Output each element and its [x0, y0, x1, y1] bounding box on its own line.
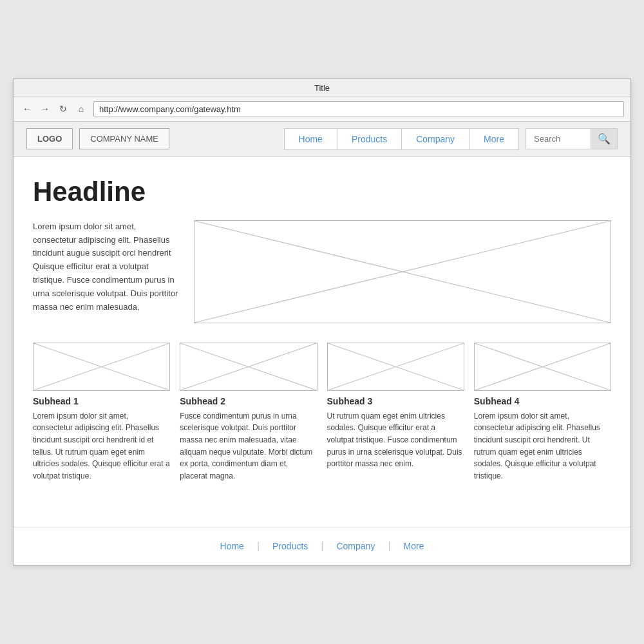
sub-card-text-2: Fusce condimentum purus in urna sceleris… — [180, 410, 317, 482]
sub-card-2: Subhead 2 Fusce condimentum purus in urn… — [180, 343, 317, 482]
browser-window: Title ← → ↻ ⌂ LOGO COMPANY NAME Home Pro… — [13, 79, 631, 566]
sub-card-text-4: Lorem ipsum dolor sit amet, consectetur … — [474, 410, 611, 482]
footer-products[interactable]: Products — [260, 541, 321, 551]
sub-card-image-2 — [180, 343, 317, 391]
subhead-3: Subhead 3 — [327, 396, 464, 406]
logo-area: LOGO COMPANY NAME — [26, 128, 169, 149]
forward-button[interactable]: → — [38, 102, 52, 116]
subhead-4: Subhead 4 — [474, 396, 611, 406]
footer-more[interactable]: More — [391, 541, 437, 551]
site-header: LOGO COMPANY NAME Home Products Company … — [14, 122, 630, 157]
subhead-1: Subhead 1 — [33, 396, 170, 406]
home-button[interactable]: ⌂ — [74, 102, 88, 116]
footer-home[interactable]: Home — [207, 541, 257, 551]
site-content: Headline Lorem ipsum dolor sit amet, con… — [14, 157, 630, 527]
sub-card-image-1 — [33, 343, 170, 391]
sub-card-image-4 — [474, 343, 611, 391]
search-box: 🔍 — [526, 128, 618, 149]
back-button[interactable]: ← — [20, 102, 34, 116]
subhead-2: Subhead 2 — [180, 396, 317, 406]
nav-home[interactable]: Home — [285, 129, 337, 149]
nav-more[interactable]: More — [469, 129, 518, 149]
sub-card-3: Subhead 3 Ut rutrum quam eget enim ultri… — [327, 343, 464, 482]
nav-links: Home Products Company More — [284, 128, 519, 150]
refresh-button[interactable]: ↻ — [56, 102, 70, 116]
search-icon[interactable]: 🔍 — [591, 129, 617, 149]
sub-card-1: Subhead 1 Lorem ipsum dolor sit amet, co… — [33, 343, 170, 482]
logo-box: LOGO — [26, 128, 73, 149]
hero-section: Lorem ipsum dolor sit amet, consectetur … — [33, 220, 611, 323]
sub-cards: Subhead 1 Lorem ipsum dolor sit amet, co… — [33, 343, 611, 482]
footer-company[interactable]: Company — [323, 541, 388, 551]
main-headline: Headline — [33, 176, 611, 207]
sub-card-text-1: Lorem ipsum dolor sit amet, consectetur … — [33, 410, 170, 482]
search-input[interactable] — [526, 129, 591, 149]
site-footer: Home | Products | Company | More — [14, 527, 630, 565]
nav-products[interactable]: Products — [337, 129, 402, 149]
browser-title-bar: Title — [14, 79, 630, 97]
sub-card-text-3: Ut rutrum quam eget enim ultricies sodal… — [327, 410, 464, 470]
browser-title: Title — [314, 83, 330, 93]
sub-card-4: Subhead 4 Lorem ipsum dolor sit amet, co… — [474, 343, 611, 482]
site-nav: Home Products Company More 🔍 — [182, 128, 618, 150]
nav-company[interactable]: Company — [402, 129, 469, 149]
hero-image-placeholder — [194, 220, 611, 323]
company-name: COMPANY NAME — [79, 128, 169, 149]
browser-nav-buttons: ← → ↻ ⌂ — [20, 102, 88, 116]
browser-nav-bar: ← → ↻ ⌂ — [14, 97, 630, 122]
hero-text: Lorem ipsum dolor sit amet, consectetur … — [33, 220, 181, 323]
sub-card-image-3 — [327, 343, 464, 391]
footer-nav: Home | Products | Company | More — [207, 540, 437, 552]
address-bar[interactable] — [93, 101, 624, 117]
